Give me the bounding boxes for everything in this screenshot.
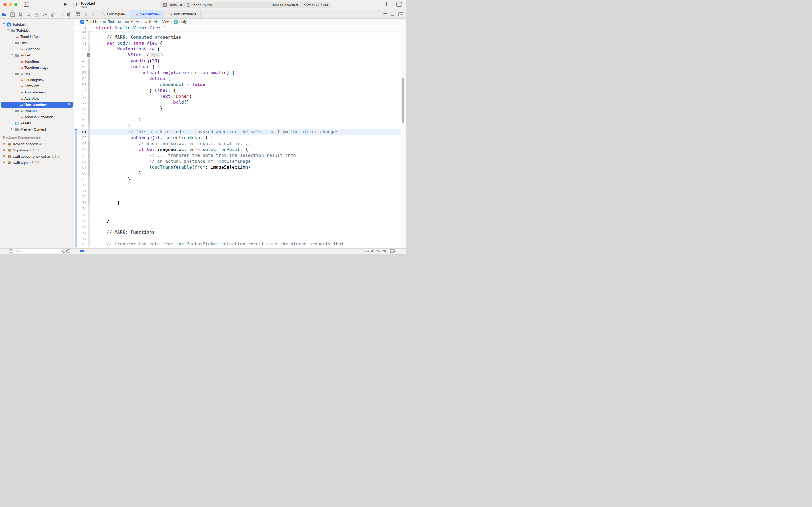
code-line[interactable]: 55 Text("Done")	[74, 94, 401, 99]
sidebar-item-Helpers[interactable]: ▼Helpers	[0, 40, 74, 46]
fold-ribbon[interactable]	[88, 58, 90, 64]
fold-ribbon[interactable]	[88, 218, 90, 223]
fold-ribbon[interactable]	[88, 153, 90, 158]
code-line[interactable]: 53 showSheet = false	[74, 81, 401, 88]
sidebar-item-AppEntryView[interactable]: AppEntryView	[0, 89, 74, 95]
scrollbar-track[interactable]	[401, 25, 406, 248]
code-line[interactable]: 30 // MARK: Computed properties	[74, 35, 401, 40]
code-line[interactable]: 56 .bold()	[74, 99, 401, 105]
sidebar-item-AuthView[interactable]: AuthView	[0, 95, 74, 102]
add-file-button[interactable]: +	[2, 249, 4, 253]
package-item-KeychainAccess[interactable]: ▶KeychainAccess 4.2.2	[0, 141, 74, 147]
code-line[interactable]: 78 // MARK: Functions	[74, 229, 401, 235]
traffic-zoom-icon[interactable]	[14, 3, 17, 6]
run-button[interactable]	[63, 2, 67, 6]
package-item-Supabase[interactable]: ▶Supabase 2.10.1	[0, 147, 74, 153]
code-line[interactable]: 62 .onChange(of: selectionResult) {	[74, 135, 401, 141]
code-line[interactable]: 51 ToolbarItem(placement: .automatic) {	[74, 70, 401, 76]
toggle-bottom-panel-icon[interactable]	[390, 249, 395, 253]
sidebar-item-NewItemView[interactable]: NewItemViewM	[0, 102, 74, 108]
line-col-indicator[interactable]: Line: 61 Col: 20	[317, 249, 386, 253]
line-number[interactable]: 53	[74, 82, 86, 87]
code-line[interactable]: 52 Button {	[74, 76, 401, 81]
code-line[interactable]: 63 // When the selection result is not n…	[74, 141, 401, 147]
fold-ribbon[interactable]	[88, 99, 90, 105]
code-line[interactable]: 57 }	[74, 105, 401, 111]
fold-ribbon[interactable]	[88, 147, 90, 153]
fold-ribbon[interactable]	[88, 70, 90, 76]
line-number[interactable]: 49	[74, 59, 86, 63]
fold-ribbon[interactable]	[88, 188, 90, 194]
fold-ribbon[interactable]	[88, 135, 90, 141]
reports-icon[interactable]	[66, 11, 72, 17]
code-line[interactable]: 31 var body: some View {	[74, 40, 401, 46]
code-line[interactable]: 74	[74, 206, 401, 212]
fold-ribbon[interactable]	[88, 46, 90, 52]
find-icon[interactable]	[26, 11, 32, 17]
fold-ribbon[interactable]	[88, 200, 90, 206]
sidebar-item-Views[interactable]: ▼Views	[0, 71, 74, 77]
sidebar-item-TodoList[interactable]: ▼TodoList	[0, 27, 74, 34]
code-line[interactable]: 75	[74, 212, 401, 218]
code-line[interactable]: 69 }	[74, 176, 401, 182]
sidebar-item-ItemView[interactable]: ItemView	[0, 83, 74, 89]
line-number[interactable]: 52	[74, 76, 86, 81]
line-number[interactable]: 56	[74, 100, 86, 105]
code-line[interactable]: 71	[74, 188, 401, 194]
breakpoints-icon[interactable]	[58, 11, 64, 17]
sidebar-item-TodoListViewModel[interactable]: TodoListViewModel	[0, 114, 74, 120]
fold-ribbon[interactable]	[88, 235, 90, 241]
code-line[interactable]: 77	[74, 223, 401, 229]
sidebar-item-Preview Content[interactable]: ▶Preview Content	[0, 126, 74, 132]
sidebar-item-LandingView[interactable]: LandingView	[0, 77, 74, 83]
fold-ribbon[interactable]	[88, 182, 90, 188]
line-number[interactable]: 31	[74, 41, 86, 45]
line-number[interactable]: 32	[74, 47, 86, 51]
line-number[interactable]: 57	[74, 106, 86, 110]
toggle-left-panel-icon[interactable]	[23, 2, 29, 7]
filter-menu-icon[interactable]	[9, 249, 13, 253]
flag-filter-icon[interactable]	[66, 249, 70, 253]
debug-icon[interactable]	[50, 11, 56, 17]
traffic-minimize-icon[interactable]	[9, 3, 12, 6]
line-number[interactable]: 30	[74, 35, 86, 40]
disclosure-down-icon[interactable]: ▼	[11, 53, 13, 56]
package-item-swift-crypto[interactable]: ▶swift-crypto 3.4.0	[0, 160, 74, 166]
fold-ribbon[interactable]	[88, 194, 90, 200]
code-line[interactable]: 66 // an actual instance of TodoItemImag…	[74, 158, 401, 164]
code-line[interactable]: 59 }	[74, 117, 401, 123]
code-line[interactable]: 32 NavigationView {	[74, 46, 401, 52]
fold-ribbon[interactable]	[88, 223, 90, 229]
code-line[interactable]: 50 .toolbar {	[74, 64, 401, 70]
line-number[interactable]: 59	[74, 118, 86, 122]
sidebar-item-Supabase[interactable]: Supabase	[0, 46, 74, 52]
package-item-swift-concurrency-extras[interactable]: ▶swift-concurrency-extras 1.1.0	[0, 153, 74, 160]
code-line[interactable]: 76 }	[74, 218, 401, 223]
sidebar-item-TodoItemImage[interactable]: TodoItemImage	[0, 64, 74, 71]
scrollbar-thumb[interactable]	[402, 78, 404, 123]
fold-ribbon[interactable]	[88, 176, 90, 182]
code-fold-chip[interactable]: •••	[150, 53, 160, 57]
fold-ribbon[interactable]	[88, 35, 90, 40]
line-number[interactable]: 33	[74, 53, 86, 57]
code-line[interactable]: 70	[74, 182, 401, 188]
sidebar-item-TodoList[interactable]: ▼ATodoList	[0, 21, 74, 27]
disclosure-down-icon[interactable]: ▼	[11, 109, 13, 112]
code-line[interactable]: 64 if let imageSelection = selectionResu…	[74, 147, 401, 153]
line-number[interactable]: 60	[74, 124, 86, 128]
disclosure-down-icon[interactable]: ▼	[7, 29, 9, 32]
fold-ribbon[interactable]	[88, 170, 90, 176]
line-number[interactable]: 50	[74, 65, 86, 69]
code-line[interactable]: 58	[74, 111, 401, 117]
code-line[interactable]: 80 // Transfer the data from the PhotosP…	[74, 241, 401, 247]
clock-icon[interactable]	[62, 249, 65, 253]
line-number[interactable]: 55	[74, 94, 86, 99]
fold-ribbon[interactable]	[88, 241, 90, 247]
fold-ribbon[interactable]	[88, 64, 90, 70]
code-line[interactable]: 72	[74, 194, 401, 200]
line-number[interactable]: 54	[74, 88, 86, 93]
traffic-close-icon[interactable]	[3, 3, 7, 6]
fold-ribbon[interactable]	[88, 94, 90, 99]
disclosure-right-icon[interactable]: ▶	[3, 142, 6, 145]
disclosure-down-icon[interactable]: ▼	[3, 22, 5, 25]
